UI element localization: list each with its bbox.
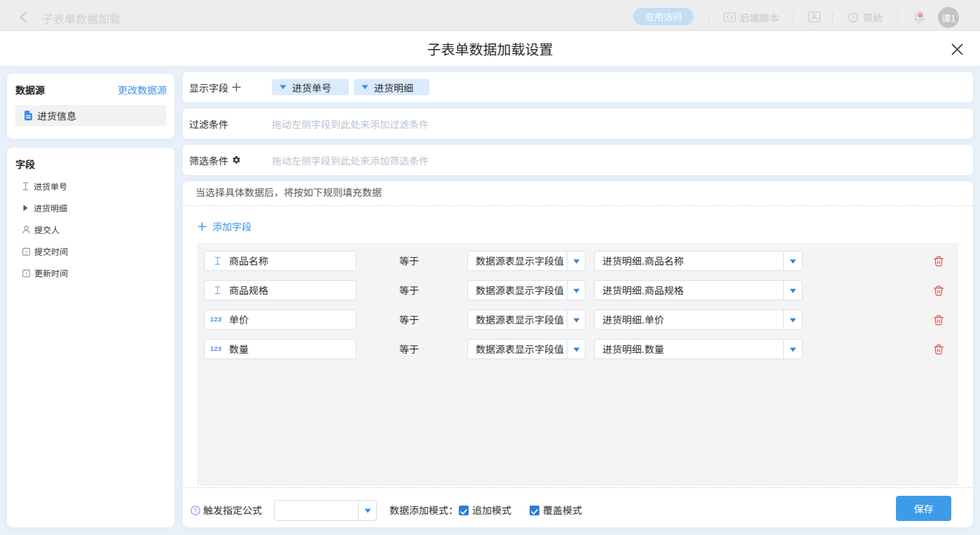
svg-text:7: 7: [25, 249, 27, 255]
svg-text:?: ?: [193, 506, 197, 514]
svg-text:?: ?: [851, 14, 855, 21]
svg-text:7: 7: [25, 270, 27, 277]
